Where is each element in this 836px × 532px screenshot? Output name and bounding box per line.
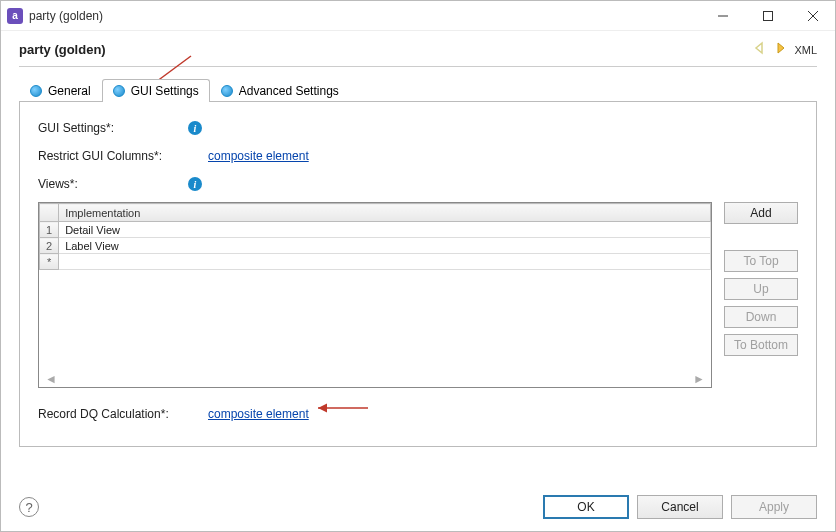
help-icon[interactable]: ? [19, 497, 39, 517]
table-row[interactable]: 2 Label View [40, 238, 711, 254]
tab-label: General [48, 84, 91, 98]
row-views: Views*: i [38, 172, 798, 196]
link-restrict-columns[interactable]: composite element [208, 149, 309, 163]
to-top-button[interactable]: To Top [724, 250, 798, 272]
grid-side-buttons: Add To Top Up Down To Bottom [724, 202, 798, 388]
tab-general[interactable]: General [19, 79, 102, 102]
xml-link[interactable]: XML [794, 44, 817, 56]
down-button[interactable]: Down [724, 306, 798, 328]
to-bottom-button[interactable]: To Bottom [724, 334, 798, 356]
tab-dot-icon [221, 85, 233, 97]
tab-advanced-settings[interactable]: Advanced Settings [210, 79, 350, 102]
tab-label: Advanced Settings [239, 84, 339, 98]
back-arrow-icon[interactable] [750, 41, 770, 58]
tab-dot-icon [113, 85, 125, 97]
label-views: Views*: [38, 177, 188, 191]
tab-panel: GUI Settings*: i Restrict GUI Columns*: … [19, 101, 817, 447]
grid-header-implementation[interactable]: Implementation [59, 204, 711, 222]
maximize-button[interactable] [745, 1, 790, 31]
info-icon[interactable]: i [188, 121, 202, 135]
header-divider [19, 66, 817, 67]
cancel-button[interactable]: Cancel [637, 495, 723, 519]
views-grid[interactable]: Implementation 1 Detail View 2 Label Vie… [38, 202, 712, 388]
info-icon[interactable]: i [188, 177, 202, 191]
table-row-new[interactable]: * [40, 254, 711, 270]
scroll-left-icon[interactable]: ◄ [45, 372, 57, 386]
tab-bar: General GUI Settings Advanced Settings [19, 79, 817, 102]
app-icon: a [7, 8, 23, 24]
tab-label: GUI Settings [131, 84, 199, 98]
link-record-dq[interactable]: composite element [208, 407, 309, 421]
label-restrict-columns: Restrict GUI Columns*: [38, 149, 188, 163]
close-button[interactable] [790, 1, 835, 31]
svg-rect-1 [763, 11, 772, 20]
minimize-button[interactable] [700, 1, 745, 31]
tab-dot-icon [30, 85, 42, 97]
footer: ? OK Cancel Apply [19, 495, 817, 519]
row-restrict-columns: Restrict GUI Columns*: composite element [38, 144, 798, 168]
apply-button[interactable]: Apply [731, 495, 817, 519]
header: party (golden) XML [1, 31, 835, 66]
row-number: 1 [40, 222, 59, 238]
row-record-dq: Record DQ Calculation*: composite elemen… [38, 402, 798, 426]
ok-button[interactable]: OK [543, 495, 629, 519]
label-record-dq: Record DQ Calculation*: [38, 407, 208, 421]
cell-implementation[interactable] [59, 254, 711, 270]
window-title: party (golden) [29, 9, 700, 23]
row-number: * [40, 254, 59, 270]
grid-scrollbar[interactable]: ◄ ► [39, 371, 711, 387]
up-button[interactable]: Up [724, 278, 798, 300]
scroll-right-icon[interactable]: ► [693, 372, 705, 386]
page-title: party (golden) [19, 42, 750, 57]
views-area: Implementation 1 Detail View 2 Label Vie… [38, 202, 798, 388]
label-gui-settings: GUI Settings*: [38, 121, 188, 135]
forward-arrow-icon[interactable] [770, 41, 790, 58]
tab-gui-settings[interactable]: GUI Settings [102, 79, 210, 102]
grid-corner [40, 204, 59, 222]
row-number: 2 [40, 238, 59, 254]
table-row[interactable]: 1 Detail View [40, 222, 711, 238]
cell-implementation[interactable]: Detail View [59, 222, 711, 238]
titlebar: a party (golden) [1, 1, 835, 31]
cell-implementation[interactable]: Label View [59, 238, 711, 254]
row-gui-settings: GUI Settings*: i [38, 116, 798, 140]
add-button[interactable]: Add [724, 202, 798, 224]
